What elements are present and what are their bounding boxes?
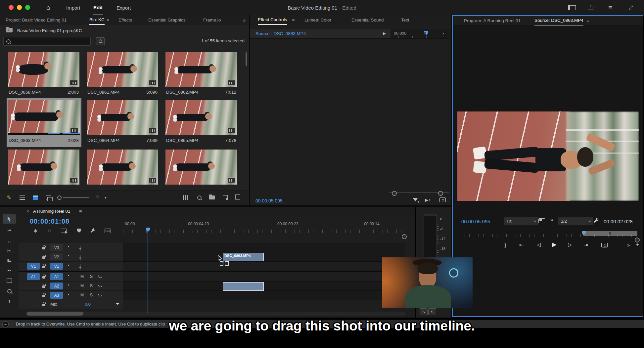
timeline-clip-video[interactable]: DSC_0863.MP4 [223,253,264,261]
zoom-slider-handle[interactable] [57,194,62,201]
stacked-panels-icon[interactable]: ≡ [606,4,614,11]
lock-icon[interactable] [42,275,45,279]
bin-scrollbar[interactable] [246,52,247,66]
track-badge[interactable]: A1 [50,273,63,280]
search-bin-icon[interactable] [96,37,105,45]
close-sequence-icon[interactable]: × [25,207,30,216]
selection-tool[interactable] [3,214,16,224]
source-monitor-menu-icon[interactable]: ≡ [586,16,589,25]
track-lane-a3[interactable] [123,291,405,300]
tab-effect-controls[interactable]: Effect Controls [258,15,287,25]
source-patch-a1[interactable]: A1 [27,273,40,280]
lock-icon[interactable] [42,255,45,259]
track-header-mix[interactable]: Mix 0.0 ◀▶ [19,300,123,309]
nav-edit[interactable]: Edit [93,0,103,15]
clip-thumbnail[interactable] [87,52,158,87]
tab-text[interactable]: Text [401,15,409,25]
track-header-v2[interactable]: V2 [19,252,123,262]
workspace-icon[interactable] [568,4,576,11]
nest-toggle-icon[interactable]: ∗ [32,227,39,234]
clip-thumbnail[interactable] [8,150,79,185]
home-icon[interactable]: ⌂ [46,0,50,15]
expand-header-icon[interactable]: ▶ [383,31,386,36]
toggle-track-output-icon[interactable] [80,245,80,252]
clip-thumbnail[interactable] [165,150,237,185]
track-badge[interactable]: V1 [50,263,63,270]
zoom-window-button[interactable] [25,5,30,10]
source-preview[interactable] [457,111,639,201]
tab-effects[interactable]: Effects [118,15,132,25]
goto-in-button[interactable]: ⇤ [518,241,526,249]
track-lane-a2[interactable] [123,282,405,291]
tab-overflow-icon[interactable]: » [243,15,246,25]
automate-to-sequence-icon[interactable] [181,194,189,201]
timeline-ruler[interactable] [123,230,405,233]
clip-thumbnail[interactable] [8,52,79,87]
zoom-slider-track[interactable] [63,197,89,198]
search-input[interactable] [3,37,91,46]
settings-monitor-icon[interactable] [538,218,545,223]
track-header-a1[interactable]: A1 A1 M S [19,272,123,282]
clip-thumbnail[interactable] [87,150,158,185]
lock-icon[interactable] [42,293,45,297]
track-select-forward-tool[interactable]: ⇥ [3,226,16,235]
source-patch-v1[interactable]: V1 [27,263,40,270]
snap-magnet-icon[interactable]: ∩ [46,227,53,234]
source-timecode[interactable]: 00:00:05:095 [461,219,490,224]
zoom-level-dropdown[interactable]: Fit▾ [504,217,538,225]
track-badge[interactable]: A3 [50,292,63,299]
source-zoom-bar[interactable] [583,231,637,236]
filter-properties-icon[interactable]: ▾ [413,198,418,201]
solo-button[interactable]: S [90,293,93,297]
step-back-button[interactable]: ◁ [535,241,543,249]
playback-resolution-dropdown[interactable]: 1/2▾ [558,217,593,225]
tab-frameio[interactable]: Frame.io [203,15,221,25]
fullscreen-icon[interactable]: ⤢ [627,4,635,11]
toggle-track-output-icon[interactable] [80,255,80,261]
clip-thumbnail[interactable] [165,100,237,135]
ec-timecode[interactable]: 00:00:05:095 [255,198,283,203]
nav-import[interactable]: Import [66,0,80,15]
clip-thumbnail[interactable] [165,52,237,87]
clip-thumbnail[interactable] [87,100,158,135]
drag-av-icon[interactable]: ↠ [549,217,553,223]
effect-controls-mini-ruler[interactable]: 00:000 › [391,29,451,39]
bin-panel-menu-icon[interactable]: ≡ [107,15,109,25]
nav-export[interactable]: Export [116,0,131,15]
ripple-edit-tool[interactable]: ↔ [3,236,16,245]
tab-source-monitor[interactable]: Source: DSC_0863.MP4 [534,16,583,25]
sequence-tab[interactable]: A Running Reel 01 [33,209,70,214]
pen-tool[interactable]: ✒ [3,266,16,275]
rectangle-tool[interactable] [3,276,16,285]
export-keyframes-icon[interactable] [439,197,446,202]
breadcrumb[interactable]: Basic Video Editing 01.prproj\KC [17,28,82,33]
lock-icon[interactable] [42,245,45,249]
tab-project[interactable]: Project: Basic Video Editing 01 [6,15,67,25]
sort-chevron-icon[interactable]: ▾ [103,194,108,201]
sort-icon[interactable]: ≡ [94,193,101,201]
wrench-icon[interactable] [593,218,599,225]
track-header-v3[interactable]: V3 [19,243,123,252]
play-audio-icon[interactable]: ▶♪ [425,197,431,202]
timeline-wrench-icon[interactable] [89,227,97,234]
zoom-tool[interactable] [3,286,16,296]
ec-hscroll-handle-right[interactable] [438,191,443,196]
track-badge[interactable]: A2 [50,283,63,289]
tab-bin-kc[interactable]: Bin: KC [89,15,105,25]
folder-up-icon[interactable] [6,28,13,32]
tab-program-monitor[interactable]: Program: A Running Reel 01 [464,16,521,25]
icon-view-icon[interactable] [31,194,39,201]
track-header-a3[interactable]: A3 M S [19,291,123,300]
track-header-v1[interactable]: V1 V1 [19,262,123,271]
mute-button[interactable]: M [80,283,84,288]
clip-thumbnail-selected[interactable] [8,100,80,135]
track-badge[interactable]: V2 [50,253,63,260]
delete-icon[interactable] [234,193,242,200]
track-lane-v2[interactable] [123,252,405,262]
mark-out-button[interactable]: } [502,241,509,249]
play-button[interactable]: ▶ [550,240,559,249]
tab-essential-sound[interactable]: Essential Sound [351,15,384,25]
freeform-view-icon[interactable] [44,194,52,201]
tab-lumetri-color[interactable]: Lumetri Color [304,15,331,25]
minimize-window-button[interactable] [17,5,22,10]
